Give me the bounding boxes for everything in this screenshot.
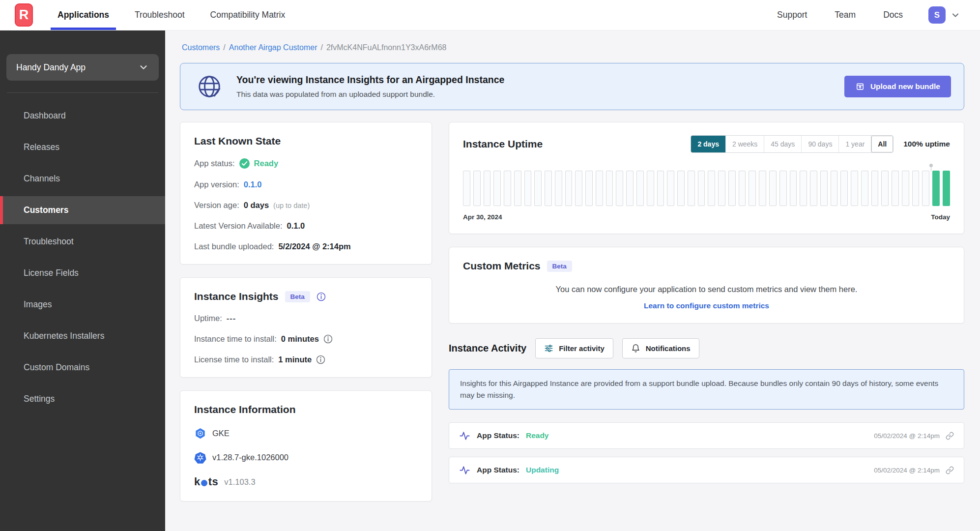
range-button-all[interactable]: All [871,136,893,152]
detail-row: License time to install:1 minute [194,355,418,364]
main-content: Customers/Another Airgap Customer/2fvMcK… [165,30,980,531]
banner-title: You're viewing Instance Insights for an … [236,74,504,86]
primary-nav: ApplicationsTroubleshootCompatibility Ma… [58,0,311,30]
sidebar-item-releases[interactable]: Releases [0,133,165,161]
replicated-logo-icon[interactable]: R [15,3,33,27]
range-button-90-days[interactable]: 90 days [801,136,838,152]
instance-insights-title: Instance Insights [194,291,279,302]
topnav-links: SupportTeamDocs [749,10,903,20]
topnav-item-compatibility-matrix[interactable]: Compatibility Matrix [210,0,286,30]
uptime-bar-nodata [677,171,685,206]
detail-label: App version: [194,180,239,189]
detail-value: 0.1.0 [287,221,305,231]
sidebar-item-kubernetes-installers[interactable]: Kubernetes Installers [0,322,165,350]
uptime-bar-nodata [871,171,879,206]
topnav-link-docs[interactable]: Docs [883,10,903,20]
breadcrumb: Customers/Another Airgap Customer/2fvMcK… [182,43,964,52]
range-button-45-days[interactable]: 45 days [764,136,801,152]
sidebar-item-images[interactable]: Images [0,291,165,319]
uptime-bar-nodata [534,171,542,206]
status-value: Ready [254,159,279,168]
topnav-item-applications[interactable]: Applications [58,0,109,30]
sidebar-item-license-fields[interactable]: License Fields [0,259,165,287]
breadcrumb-separator: / [320,43,322,52]
uptime-bar-nodata [922,171,929,206]
upload-button-label: Upload new bundle [870,82,940,91]
activity-row: App Status:Ready05/02/2024 @ 2:14pm [449,422,964,449]
uptime-bar-nodata [626,171,634,206]
custom-metrics-title: Custom Metrics [463,260,541,272]
configure-custom-metrics-link[interactable]: Learn to configure custom metrics [463,301,950,310]
custom-metrics-description: You can now configure your application t… [463,285,950,294]
detail-label: Uptime: [194,314,222,323]
uptime-bar-nodata [565,171,573,206]
sidebar-item-channels[interactable]: Channels [0,165,165,193]
uptime-bar-nodata [820,171,828,206]
detail-row: Last bundle uploaded:5/2/2024 @ 2:14pm [194,242,418,251]
detail-row: Instance time to install:0 minutes [194,334,418,344]
right-column: Instance Uptime 2 days2 weeks45 days90 d… [449,122,964,483]
last-known-state-card: Last Known State App status:ReadyApp ver… [180,122,432,265]
last-known-state-rows: App status:ReadyApp version:0.1.0Version… [194,158,418,251]
sidebar-item-dashboard[interactable]: Dashboard [0,102,165,130]
last-known-state-title: Last Known State [194,135,418,147]
instance-info-row: ktsv1.103.3 [194,475,418,488]
sidebar-item-custom-domains[interactable]: Custom Domains [0,354,165,382]
uptime-bar-nodata [718,171,725,206]
uptime-bar-nodata [575,171,582,206]
uptime-bar-nodata [596,171,603,206]
range-button-2-weeks[interactable]: 2 weeks [725,136,764,152]
info-icon[interactable] [317,292,326,301]
instance-information-card: Instance Information GKEv1.28.7-gke.1026… [180,390,432,502]
uptime-bar-nodata [810,171,817,206]
uptime-bar-nodata [688,171,695,206]
uptime-bar-nodata [840,171,848,206]
instance-uptime-card: Instance Uptime 2 days2 weeks45 days90 d… [449,122,964,234]
activity-row: App Status:Updating05/02/2024 @ 2:14pm [449,457,964,483]
detail-label: Instance time to install: [194,334,277,344]
uptime-bar-nodata [800,171,807,206]
detail-label: Version age: [194,201,239,210]
uptime-bar-nodata [545,171,552,206]
avatar[interactable]: S [928,6,946,24]
uptime-bar-nodata [484,171,491,206]
link-icon[interactable] [946,466,954,474]
info-icon[interactable] [316,355,325,364]
detail-value: 1 minute [278,355,312,364]
version-link[interactable]: 0.1.0 [244,180,262,189]
instance-information-title: Instance Information [194,404,418,415]
uptime-bar-nodata [698,171,705,206]
uptime-bar-up [932,171,940,206]
info-icon[interactable] [323,334,333,344]
sidebar-nav: DashboardReleasesChannelsCustomersTroubl… [0,102,165,416]
sidebar-item-troubleshoot[interactable]: Troubleshoot [0,228,165,256]
breadcrumb-link-customers[interactable]: Customers [182,43,220,52]
range-button-2-days[interactable]: 2 days [691,136,725,152]
detail-row: Uptime:--- [194,314,418,323]
breadcrumb-link-another-airgap-customer[interactable]: Another Airgap Customer [229,43,317,52]
range-button-1-year[interactable]: 1 year [838,136,871,152]
detail-row: App status:Ready [194,158,418,169]
link-icon[interactable] [946,432,954,440]
topnav-link-support[interactable]: Support [777,10,807,20]
instance-info-row: GKE [194,427,418,440]
gke-icon [194,427,206,440]
detail-label: App status: [194,159,235,168]
uptime-bar-nodata [831,171,838,206]
airgap-banner: You're viewing Instance Insights for an … [180,63,964,110]
sidebar-item-settings[interactable]: Settings [0,385,165,413]
uptime-bar-nodata [779,171,787,206]
activity-row-meta: 05/02/2024 @ 2:14pm [874,466,954,474]
activity-status-value: Updating [526,466,559,474]
upload-new-bundle-button[interactable]: Upload new bundle [844,76,951,97]
notifications-button[interactable]: Notifications [622,338,699,358]
topnav-item-troubleshoot[interactable]: Troubleshoot [135,0,185,30]
app-selector-dropdown[interactable]: Handy Dandy App [6,54,159,81]
sidebar-item-customers[interactable]: Customers [0,196,165,224]
filter-activity-button[interactable]: Filter activity [535,338,613,358]
kots-logo: kts [194,475,218,488]
chevron-down-icon[interactable] [951,10,960,20]
topnav-link-team[interactable]: Team [835,10,856,20]
uptime-bar-nodata [616,171,623,206]
instance-info-value: GKE [212,429,230,438]
